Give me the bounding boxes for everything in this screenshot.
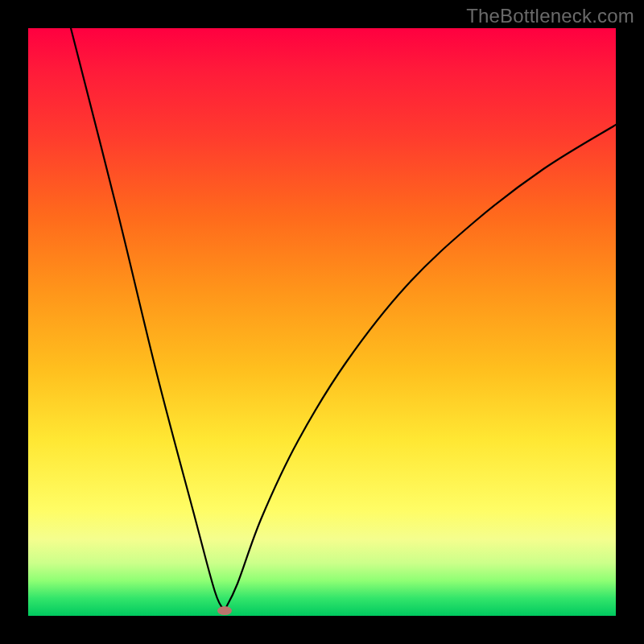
- chart-frame: TheBottleneck.com: [0, 0, 644, 644]
- minimum-marker: [217, 606, 232, 615]
- watermark-text: TheBottleneck.com: [466, 5, 634, 27]
- plot-area: [28, 28, 616, 616]
- bottleneck-curve: [28, 28, 616, 616]
